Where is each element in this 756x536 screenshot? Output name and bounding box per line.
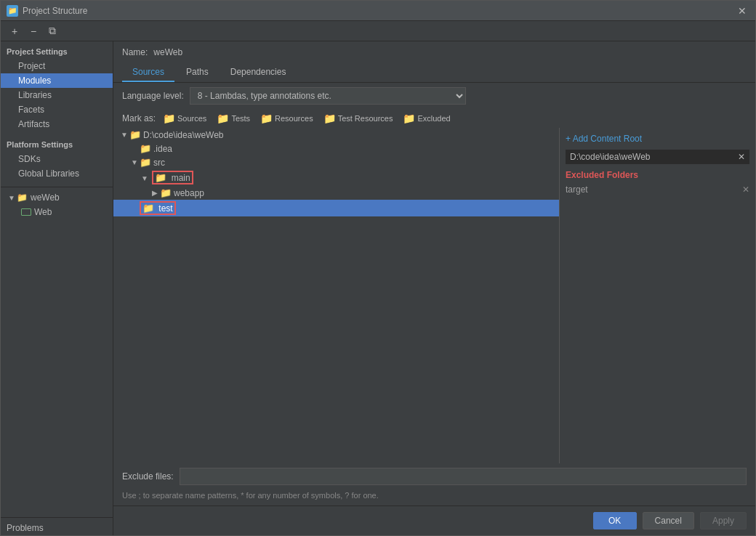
tree-item-test[interactable]: 📁 test bbox=[113, 200, 559, 216]
right-panel: Name: weWeb Sources Paths Dependencies L… bbox=[113, 41, 755, 535]
dialog-icon: 📁 bbox=[7, 5, 18, 17]
sidebar-item-sdks[interactable]: SDKs bbox=[1, 152, 113, 166]
toolbar: + − ⧉ bbox=[1, 21, 755, 41]
sidebar-item-libraries[interactable]: Libraries bbox=[1, 88, 113, 102]
tab-sources[interactable]: Sources bbox=[122, 63, 174, 82]
tree-label-idea: .idea bbox=[153, 144, 172, 154]
sidebar-item-facets[interactable]: Facets bbox=[1, 102, 113, 117]
cancel-button[interactable]: Cancel bbox=[643, 512, 694, 529]
mark-test-resources-btn[interactable]: 📁 Test Resources bbox=[321, 112, 396, 125]
sidebar-modules-label: Modules bbox=[18, 76, 51, 86]
dialog-title: Project Structure bbox=[23, 6, 735, 16]
module-arrow: ▼ bbox=[7, 194, 17, 202]
module-weweb-label: weWeb bbox=[31, 192, 60, 203]
sidebar-artifacts-label: Artifacts bbox=[18, 119, 49, 129]
sidebar-libraries-label: Libraries bbox=[18, 90, 52, 100]
mark-as-row: Mark as: 📁 Sources 📁 Tests 📁 Resources 📁… bbox=[113, 109, 755, 128]
tree-label-webapp: webapp bbox=[174, 188, 204, 198]
title-bar: 📁 Project Structure ✕ bbox=[1, 1, 755, 21]
name-value: weWeb bbox=[153, 47, 182, 57]
sidebar-facets-label: Facets bbox=[18, 105, 44, 115]
tests-folder-icon: 📁 bbox=[217, 113, 229, 124]
folder-icon-webapp: 📁 bbox=[160, 187, 172, 198]
module-web[interactable]: Web bbox=[1, 205, 113, 219]
content-split: ▼ 📁 D:\code\idea\weWeb 📁 .idea ▼ bbox=[113, 128, 755, 463]
sources-folder-icon: 📁 bbox=[163, 113, 175, 124]
project-structure-dialog: 📁 Project Structure ✕ + − ⧉ Project Sett… bbox=[0, 0, 756, 536]
test-highlight-box: 📁 test bbox=[140, 201, 176, 215]
name-label: Name: bbox=[122, 47, 148, 57]
exclude-files-label: Exclude files: bbox=[122, 471, 174, 482]
exclude-files-input[interactable] bbox=[180, 468, 747, 485]
mark-sources-btn[interactable]: 📁 Sources bbox=[160, 112, 209, 125]
tree-item-idea[interactable]: 📁 .idea bbox=[113, 142, 559, 155]
sidebar-item-problems[interactable]: Problems bbox=[1, 521, 113, 535]
exclude-files-row: Exclude files: bbox=[113, 463, 755, 490]
mark-resources-btn[interactable]: 📁 Resources bbox=[257, 112, 316, 125]
tree-item-webapp[interactable]: ▶ 📁 webapp bbox=[113, 186, 559, 200]
bottom-buttons: OK Cancel Apply bbox=[113, 505, 755, 535]
mark-excluded-btn[interactable]: 📁 Excluded bbox=[400, 112, 453, 125]
resources-folder-icon: 📁 bbox=[260, 113, 273, 124]
sidebar-project-label: Project bbox=[18, 61, 45, 71]
sidebar-item-artifacts[interactable]: Artifacts bbox=[1, 117, 113, 131]
remove-button[interactable]: − bbox=[25, 23, 41, 39]
mark-as-label: Mark as: bbox=[122, 113, 156, 123]
mark-excluded-label: Excluded bbox=[417, 114, 450, 123]
close-button[interactable]: ✕ bbox=[735, 4, 749, 18]
tree-arrow-webapp: ▶ bbox=[150, 189, 160, 197]
tree-arrow-main: ▼ bbox=[140, 174, 150, 182]
sidebar-problems-label: Problems bbox=[7, 523, 44, 533]
hint-text: Use ; to separate name patterns, * for a… bbox=[113, 490, 755, 505]
mark-tests-btn[interactable]: 📁 Tests bbox=[214, 112, 253, 125]
project-settings-heading: Project Settings bbox=[1, 41, 113, 59]
content-root-item: D:\code\idea\weWeb ✕ bbox=[566, 150, 749, 164]
excluded-folder-icon: 📁 bbox=[403, 113, 415, 124]
folder-icon-test: 📁 bbox=[142, 203, 154, 214]
excluded-folder-item: target ✕ bbox=[566, 183, 749, 196]
file-tree-area: ▼ 📁 D:\code\idea\weWeb 📁 .idea ▼ bbox=[113, 128, 559, 463]
mark-test-resources-label: Test Resources bbox=[338, 114, 393, 123]
tree-item-main[interactable]: ▼ 📁 main bbox=[113, 169, 559, 186]
folder-icon-main: 📁 bbox=[155, 172, 166, 183]
apply-button[interactable]: Apply bbox=[700, 512, 747, 529]
language-level-row: Language level: 8 - Lambdas, type annota… bbox=[113, 83, 755, 109]
main-highlight-box: 📁 main bbox=[152, 171, 193, 184]
sidebar-item-global-libraries[interactable]: Global Libraries bbox=[1, 166, 113, 181]
tab-dependencies[interactable]: Dependencies bbox=[220, 63, 297, 82]
mark-tests-label: Tests bbox=[231, 114, 250, 123]
folder-icon-weweb: 📁 bbox=[17, 192, 28, 203]
tree-item-src[interactable]: ▼ 📁 src bbox=[113, 155, 559, 169]
copy-button[interactable]: ⧉ bbox=[44, 23, 60, 39]
tabs-row: Sources Paths Dependencies bbox=[113, 63, 755, 83]
right-sidebar: + Add Content Root D:\code\idea\weWeb ✕ … bbox=[559, 128, 755, 463]
tree-label-root: D:\code\idea\weWeb bbox=[143, 130, 224, 140]
content-roots-list: D:\code\idea\weWeb ✕ bbox=[566, 150, 749, 164]
module-web-label: Web bbox=[34, 207, 52, 217]
content-root-close-btn[interactable]: ✕ bbox=[738, 152, 745, 162]
content-root-path: D:\code\idea\weWeb bbox=[570, 152, 651, 162]
module-weweb[interactable]: ▼ 📁 weWeb bbox=[1, 190, 113, 205]
add-button[interactable]: + bbox=[7, 23, 23, 39]
test-resources-folder-icon: 📁 bbox=[323, 113, 336, 124]
sidebar-item-project[interactable]: Project bbox=[1, 59, 113, 73]
ok-button[interactable]: OK bbox=[593, 512, 637, 529]
platform-settings-heading: Platform Settings bbox=[1, 131, 113, 152]
name-row: Name: weWeb bbox=[113, 41, 755, 63]
add-content-root-button[interactable]: + Add Content Root bbox=[566, 134, 642, 144]
sidebar-sdks-label: SDKs bbox=[18, 154, 41, 164]
language-level-label: Language level: bbox=[122, 91, 184, 101]
tree-arrow-src: ▼ bbox=[129, 158, 140, 166]
mark-resources-label: Resources bbox=[275, 114, 313, 123]
tree-item-root[interactable]: ▼ 📁 D:\code\idea\weWeb bbox=[113, 128, 559, 142]
sidebar: Project Settings Project Modules Librari… bbox=[1, 41, 113, 535]
sidebar-global-libraries-label: Global Libraries bbox=[18, 168, 79, 179]
language-level-select[interactable]: 8 - Lambdas, type annotations etc. bbox=[190, 87, 466, 105]
mark-sources-label: Sources bbox=[177, 114, 206, 123]
tab-paths[interactable]: Paths bbox=[176, 63, 219, 82]
web-module-icon bbox=[21, 208, 31, 216]
sidebar-item-modules[interactable]: Modules bbox=[1, 73, 113, 88]
tree-arrow-root: ▼ bbox=[119, 131, 129, 139]
right-sidebar-header: + Add Content Root bbox=[566, 134, 749, 144]
excluded-folder-remove-btn[interactable]: ✕ bbox=[742, 184, 749, 195]
